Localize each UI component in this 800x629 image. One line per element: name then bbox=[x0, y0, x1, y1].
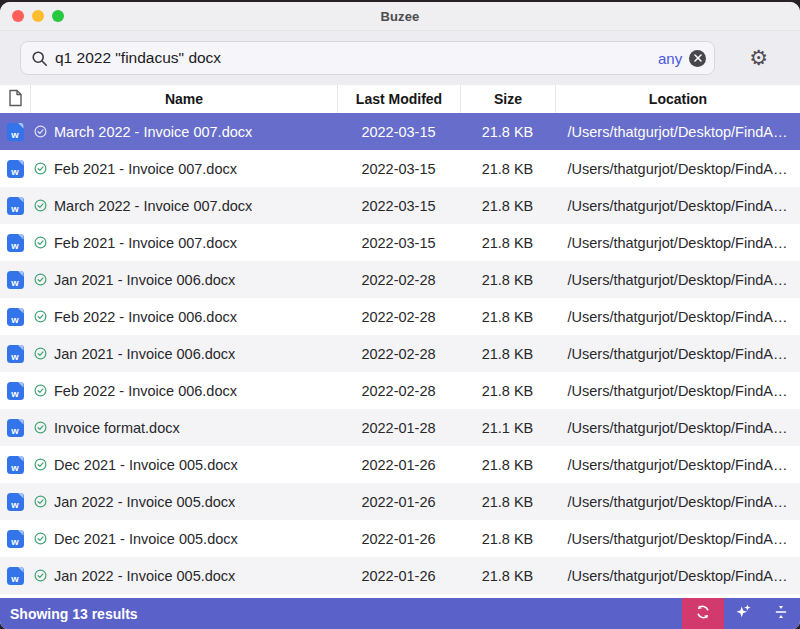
file-name: Feb 2021 - Invoice 007.docx bbox=[54, 235, 237, 251]
word-file-icon: w bbox=[0, 345, 30, 363]
file-name-cell: Feb 2022 - Invoice 006.docx bbox=[30, 383, 337, 399]
file-name: Feb 2021 - Invoice 007.docx bbox=[54, 161, 237, 177]
table-row[interactable]: wDec 2021 - Invoice 005.docx2022-01-2621… bbox=[0, 446, 800, 483]
document-icon bbox=[8, 89, 23, 110]
file-size: 21.8 KB bbox=[460, 346, 555, 362]
modified-date: 2022-01-26 bbox=[337, 457, 460, 473]
search-bar: q1 2022 "findacus" docx any ⚙ bbox=[0, 31, 800, 85]
column-header-size[interactable]: Size bbox=[460, 85, 555, 113]
word-file-icon: w bbox=[0, 197, 30, 215]
file-name: Dec 2021 - Invoice 005.docx bbox=[54, 531, 238, 547]
check-circle-icon bbox=[34, 310, 47, 323]
search-query-text: q1 2022 "findacus" docx bbox=[55, 49, 650, 67]
word-file-icon: w bbox=[0, 123, 30, 141]
file-location: /Users/thatgurjot/Desktop/FindA… bbox=[555, 272, 800, 288]
table-row[interactable]: wJan 2022 - Invoice 005.docx2022-01-2621… bbox=[0, 483, 800, 520]
file-location: /Users/thatgurjot/Desktop/FindA… bbox=[555, 420, 800, 436]
file-location: /Users/thatgurjot/Desktop/FindA… bbox=[555, 309, 800, 325]
file-name-cell: Invoice format.docx bbox=[30, 420, 337, 436]
file-name: Feb 2022 - Invoice 006.docx bbox=[54, 383, 237, 399]
file-location: /Users/thatgurjot/Desktop/FindA… bbox=[555, 568, 800, 584]
modified-date: 2022-03-15 bbox=[337, 235, 460, 251]
modified-date: 2022-03-15 bbox=[337, 124, 460, 140]
check-circle-icon bbox=[34, 421, 47, 434]
check-circle-icon bbox=[34, 236, 47, 249]
table-row[interactable]: wFeb 2022 - Invoice 006.docx2022-02-2821… bbox=[0, 298, 800, 335]
refresh-icon bbox=[695, 604, 711, 624]
modified-date: 2022-01-26 bbox=[337, 568, 460, 584]
sparkles-icon bbox=[735, 603, 752, 624]
column-header-location[interactable]: Location bbox=[555, 85, 800, 113]
file-size: 21.8 KB bbox=[460, 309, 555, 325]
word-file-icon: w bbox=[0, 308, 30, 326]
file-size: 21.8 KB bbox=[460, 198, 555, 214]
table-row[interactable]: wMarch 2022 - Invoice 007.docx2022-03-15… bbox=[0, 187, 800, 224]
file-location: /Users/thatgurjot/Desktop/FindA… bbox=[555, 531, 800, 547]
file-location: /Users/thatgurjot/Desktop/FindA… bbox=[555, 198, 800, 214]
file-location: /Users/thatgurjot/Desktop/FindA… bbox=[555, 494, 800, 510]
column-header-filetype[interactable] bbox=[0, 85, 30, 113]
status-bar: Showing 13 results bbox=[0, 598, 800, 629]
search-scope-selector[interactable]: any bbox=[658, 50, 682, 67]
word-file-icon: w bbox=[0, 530, 30, 548]
modified-date: 2022-02-28 bbox=[337, 272, 460, 288]
file-location: /Users/thatgurjot/Desktop/FindA… bbox=[555, 161, 800, 177]
search-input[interactable]: q1 2022 "findacus" docx any bbox=[20, 41, 715, 75]
file-size: 21.8 KB bbox=[460, 457, 555, 473]
file-name: Invoice format.docx bbox=[54, 420, 180, 436]
check-circle-icon bbox=[34, 569, 47, 582]
table-row[interactable]: wDec 2021 - Invoice 005.docx2022-01-2621… bbox=[0, 520, 800, 557]
file-name: Dec 2021 - Invoice 005.docx bbox=[54, 457, 238, 473]
file-location: /Users/thatgurjot/Desktop/FindA… bbox=[555, 235, 800, 251]
sparkles-button[interactable] bbox=[724, 598, 762, 629]
collapse-button[interactable] bbox=[762, 598, 800, 629]
file-size: 21.1 KB bbox=[460, 420, 555, 436]
check-circle-icon bbox=[34, 458, 47, 471]
file-name: March 2022 - Invoice 007.docx bbox=[54, 198, 252, 214]
file-name-cell: Feb 2021 - Invoice 007.docx bbox=[30, 235, 337, 251]
column-header-modified[interactable]: Last Modifed bbox=[337, 85, 460, 113]
word-file-icon: w bbox=[0, 271, 30, 289]
table-row[interactable]: wJan 2021 - Invoice 006.docx2022-02-2821… bbox=[0, 261, 800, 298]
file-name: Feb 2022 - Invoice 006.docx bbox=[54, 309, 237, 325]
file-location: /Users/thatgurjot/Desktop/FindA… bbox=[555, 457, 800, 473]
check-circle-icon bbox=[34, 495, 47, 508]
file-name-cell: Feb 2022 - Invoice 006.docx bbox=[30, 309, 337, 325]
gear-icon[interactable]: ⚙ bbox=[749, 48, 768, 69]
check-circle-icon bbox=[34, 347, 47, 360]
file-size: 21.8 KB bbox=[460, 383, 555, 399]
word-file-icon: w bbox=[0, 234, 30, 252]
file-location: /Users/thatgurjot/Desktop/FindA… bbox=[555, 124, 800, 140]
table-row[interactable]: wInvoice format.docx2022-01-2821.1 KB/Us… bbox=[0, 409, 800, 446]
refresh-button[interactable] bbox=[682, 598, 724, 629]
modified-date: 2022-01-26 bbox=[337, 531, 460, 547]
file-name-cell: March 2022 - Invoice 007.docx bbox=[30, 198, 337, 214]
table-row[interactable]: wJan 2021 - Invoice 006.docx2022-02-2821… bbox=[0, 335, 800, 372]
table-header: Name Last Modifed Size Location bbox=[0, 85, 800, 113]
file-name-cell: Jan 2021 - Invoice 006.docx bbox=[30, 272, 337, 288]
check-circle-icon bbox=[34, 273, 47, 286]
modified-date: 2022-01-26 bbox=[337, 494, 460, 510]
modified-date: 2022-02-28 bbox=[337, 346, 460, 362]
table-row[interactable]: wFeb 2022 - Invoice 006.docx2022-02-2821… bbox=[0, 372, 800, 409]
file-name: Jan 2022 - Invoice 005.docx bbox=[54, 494, 235, 510]
file-name-cell: Jan 2022 - Invoice 005.docx bbox=[30, 568, 337, 584]
file-name-cell: Dec 2021 - Invoice 005.docx bbox=[30, 531, 337, 547]
modified-date: 2022-03-15 bbox=[337, 161, 460, 177]
file-name: March 2022 - Invoice 007.docx bbox=[54, 124, 252, 140]
column-header-name[interactable]: Name bbox=[30, 85, 337, 113]
file-name: Jan 2021 - Invoice 006.docx bbox=[54, 346, 235, 362]
word-file-icon: w bbox=[0, 419, 30, 437]
clear-search-button[interactable] bbox=[689, 50, 706, 67]
table-row[interactable]: wJan 2022 - Invoice 005.docx2022-01-2621… bbox=[0, 557, 800, 594]
results-table: Name Last Modifed Size Location wMarch 2… bbox=[0, 85, 800, 598]
table-row[interactable]: wMarch 2022 - Invoice 007.docx2022-03-15… bbox=[0, 113, 800, 150]
table-row[interactable]: wFeb 2021 - Invoice 007.docx2022-03-1521… bbox=[0, 150, 800, 187]
table-row[interactable]: wFeb 2021 - Invoice 007.docx2022-03-1521… bbox=[0, 224, 800, 261]
file-name-cell: Jan 2021 - Invoice 006.docx bbox=[30, 346, 337, 362]
file-name-cell: March 2022 - Invoice 007.docx bbox=[30, 124, 337, 140]
file-name: Jan 2021 - Invoice 006.docx bbox=[54, 272, 235, 288]
window-title: Buzee bbox=[0, 9, 800, 24]
check-circle-icon bbox=[34, 125, 47, 138]
file-size: 21.8 KB bbox=[460, 124, 555, 140]
